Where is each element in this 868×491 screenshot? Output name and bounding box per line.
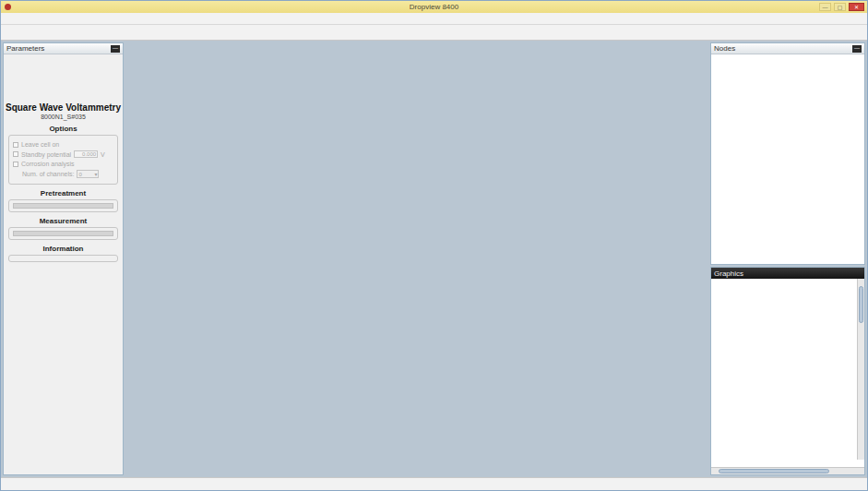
num-channels-select[interactable]: 0 ▾: [77, 170, 99, 178]
status-bar: [1, 477, 867, 490]
graphics-vertical-scrollbar[interactable]: [857, 279, 864, 460]
nodes-panel-title: Nodes: [714, 44, 735, 53]
toolbar: [1, 25, 867, 41]
parameters-panel-header: Parameters —: [4, 43, 123, 54]
standby-potential-checkbox[interactable]: [13, 151, 18, 157]
parameters-panel: Parameters — Square Wave Voltammetry 800…: [3, 42, 124, 475]
standby-potential-unit: V: [101, 151, 105, 158]
nodes-tree: [711, 54, 864, 264]
right-column: Nodes — Graphics: [710, 42, 865, 475]
measurement-group: [8, 227, 118, 240]
options-group: Leave cell on Standby potential 0.000 V …: [8, 135, 118, 185]
parameters-tabs: [4, 472, 123, 474]
information-title: Information: [4, 245, 123, 253]
graphics-panel-header: Graphics: [711, 268, 864, 279]
num-channels-label: Num. of channels:: [22, 171, 74, 177]
technique-id: 8000N1_S#035: [4, 114, 123, 120]
nodes-panel-header: Nodes —: [711, 43, 864, 54]
leave-cell-on-checkbox[interactable]: [13, 142, 18, 148]
information-group: [8, 255, 118, 262]
main-area: Parameters — Square Wave Voltammetry 800…: [1, 41, 867, 477]
technique-title: Square Wave Voltammetry: [4, 102, 123, 113]
chevron-down-icon: ▾: [94, 171, 97, 177]
pretreatment-group: [8, 199, 118, 212]
measurement-table: [13, 231, 113, 236]
window-title: Dropview 8400: [1, 3, 867, 11]
options-title: Options: [4, 125, 123, 133]
leave-cell-on-label: Leave cell on: [21, 141, 59, 148]
nodes-panel: Nodes —: [710, 42, 865, 265]
corrosion-analysis-label: Corrosion analysis: [21, 161, 75, 167]
graphics-panel: Graphics: [710, 267, 865, 475]
graphics-horizontal-scrollbar[interactable]: [711, 467, 864, 474]
app-window: Dropview 8400 — ▢ ✕ Parameters — Square …: [0, 0, 868, 491]
graphics-tree: [711, 279, 864, 467]
graphics-panel-title: Graphics: [714, 269, 743, 278]
charts-grid: [125, 42, 708, 475]
corrosion-analysis-checkbox[interactable]: [13, 162, 18, 167]
pretreatment-title: Pretreatment: [4, 189, 123, 198]
menu-bar: [1, 13, 867, 25]
measurement-title: Measurement: [4, 217, 123, 225]
parameters-panel-title: Parameters: [6, 44, 44, 53]
collapse-nodes-button[interactable]: —: [852, 45, 862, 53]
titlebar: Dropview 8400 — ▢ ✕: [1, 1, 867, 13]
num-channels-value: 0: [78, 172, 81, 177]
standby-potential-input[interactable]: 0.000: [74, 150, 98, 158]
collapse-parameters-button[interactable]: —: [111, 45, 120, 53]
pretreatment-table: [13, 203, 113, 209]
standby-potential-label: Standby potential: [21, 151, 71, 158]
